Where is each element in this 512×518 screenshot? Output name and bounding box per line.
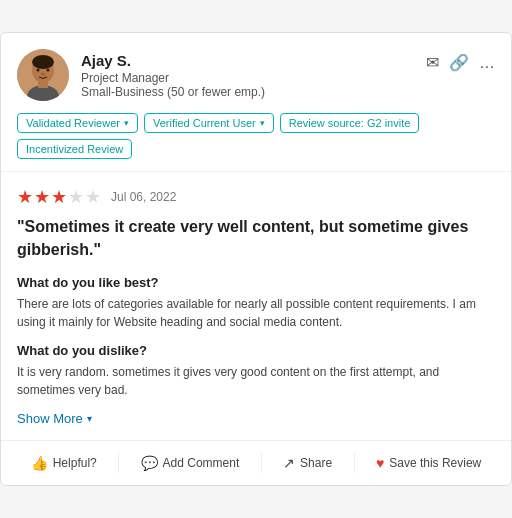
add-comment-button[interactable]: 💬 Add Comment: [135, 451, 246, 475]
svg-point-2: [32, 55, 54, 69]
star-2: ★: [34, 186, 50, 208]
star-5: ★: [85, 186, 101, 208]
avatar: [17, 49, 69, 101]
svg-point-7: [41, 73, 45, 76]
save-review-button[interactable]: ♥ Save this Review: [370, 451, 487, 475]
helpful-label: Helpful?: [53, 456, 97, 470]
star-3: ★: [51, 186, 67, 208]
section-text-1: It is very random. sometimes it gives ve…: [17, 363, 495, 399]
section-text-0: There are lots of categories available f…: [17, 295, 495, 331]
svg-point-5: [37, 69, 40, 72]
badge-label-1: Verified Current User: [153, 117, 256, 129]
star-rating: ★ ★ ★ ★ ★: [17, 186, 101, 208]
rating-row: ★ ★ ★ ★ ★ Jul 06, 2022: [17, 186, 495, 208]
show-more-link[interactable]: Show More ▾: [17, 411, 495, 426]
reviewer-name: Ajay S.: [81, 52, 265, 69]
badge-validated-reviewer[interactable]: Validated Reviewer ▾: [17, 113, 138, 133]
section-label-0: What do you like best?: [17, 275, 495, 290]
chevron-icon-0: ▾: [124, 118, 129, 128]
badge-verified-user[interactable]: Verified Current User ▾: [144, 113, 274, 133]
review-card: Ajay S. Project Manager Small-Business (…: [0, 32, 512, 486]
review-footer: 👍 Helpful? 💬 Add Comment ↗ Share ♥ Save …: [1, 440, 511, 485]
share-button[interactable]: ↗ Share: [277, 451, 338, 475]
svg-rect-4: [38, 80, 48, 88]
link-icon[interactable]: 🔗: [449, 53, 469, 72]
comment-label: Add Comment: [163, 456, 240, 470]
show-more-arrow-icon: ▾: [87, 413, 92, 424]
heart-icon: ♥: [376, 455, 384, 471]
footer-divider-2: [261, 453, 262, 473]
thumbs-up-icon: 👍: [31, 455, 48, 471]
section-label-1: What do you dislike?: [17, 343, 495, 358]
badge-label-3: Incentivized Review: [26, 143, 123, 155]
badge-label-0: Validated Reviewer: [26, 117, 120, 129]
mail-icon[interactable]: ✉: [426, 53, 439, 72]
footer-divider-1: [118, 453, 119, 473]
review-header: Ajay S. Project Manager Small-Business (…: [1, 33, 511, 172]
review-body: ★ ★ ★ ★ ★ Jul 06, 2022 "Sometimes it cre…: [1, 172, 511, 440]
chevron-icon-1: ▾: [260, 118, 265, 128]
badge-label-2: Review source: G2 invite: [289, 117, 411, 129]
share-icon: ↗: [283, 455, 295, 471]
badge-list: Validated Reviewer ▾ Verified Current Us…: [17, 113, 495, 159]
review-date: Jul 06, 2022: [111, 190, 176, 204]
star-4: ★: [68, 186, 84, 208]
more-icon[interactable]: …: [479, 54, 495, 72]
svg-point-6: [47, 69, 50, 72]
comment-icon: 💬: [141, 455, 158, 471]
footer-divider-3: [354, 453, 355, 473]
badge-review-source[interactable]: Review source: G2 invite: [280, 113, 420, 133]
header-top: Ajay S. Project Manager Small-Business (…: [17, 49, 495, 101]
header-actions: ✉ 🔗 …: [426, 49, 495, 72]
badge-incentivized[interactable]: Incentivized Review: [17, 139, 132, 159]
star-1: ★: [17, 186, 33, 208]
save-label: Save this Review: [389, 456, 481, 470]
show-more-label: Show More: [17, 411, 83, 426]
reviewer-company: Small-Business (50 or fewer emp.): [81, 85, 265, 99]
reviewer-details: Ajay S. Project Manager Small-Business (…: [81, 52, 265, 99]
review-title: "Sometimes it create very well content, …: [17, 216, 495, 261]
helpful-button[interactable]: 👍 Helpful?: [25, 451, 103, 475]
reviewer-title: Project Manager: [81, 71, 265, 85]
reviewer-info: Ajay S. Project Manager Small-Business (…: [17, 49, 265, 101]
share-label: Share: [300, 456, 332, 470]
